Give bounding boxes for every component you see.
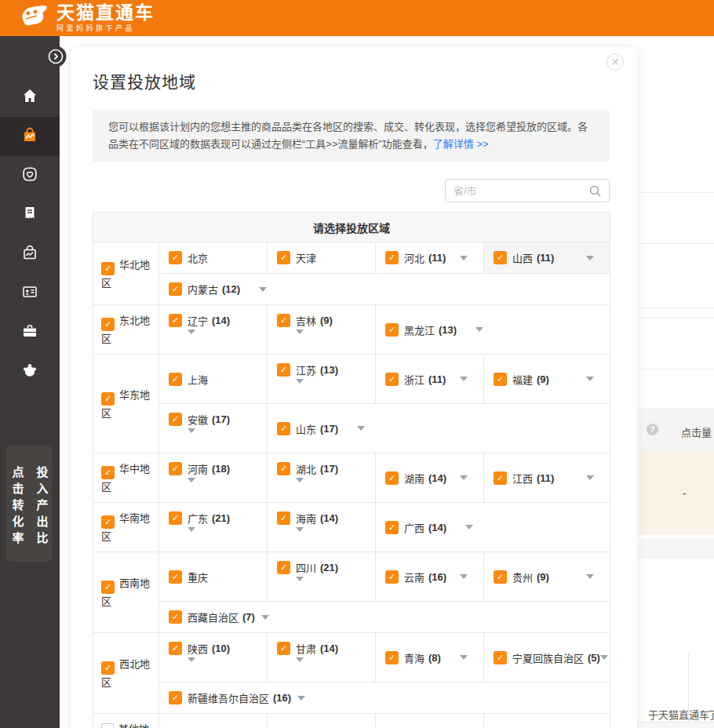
metric-roi[interactable]: 投入产出比 — [33, 466, 50, 562]
chevron-down-icon[interactable] — [296, 577, 304, 593]
province-cell[interactable]: ✓云南(16) — [376, 552, 484, 602]
province-cell[interactable]: ✓安徽(17) — [159, 404, 268, 453]
province-cell[interactable]: ✓辽宁(14) — [159, 305, 268, 355]
province-cell[interactable]: ✓内蒙古(12) — [159, 274, 610, 305]
province-cell[interactable]: ✓广东(21) — [159, 503, 268, 552]
chevron-down-icon[interactable] — [296, 478, 304, 494]
chevron-down-icon[interactable] — [586, 377, 594, 381]
checkbox[interactable]: ✓ — [169, 413, 182, 426]
checkbox[interactable]: ✓ — [494, 373, 507, 386]
checkbox[interactable]: ✓ — [385, 570, 399, 584]
province-cell[interactable]: ✓重庆 — [159, 552, 268, 602]
checkbox[interactable]: ✓ — [494, 251, 507, 264]
chevron-down-icon[interactable] — [188, 329, 195, 346]
checkbox[interactable]: ✓ — [277, 561, 290, 574]
province-cell[interactable]: ✓陕西(10) — [159, 633, 268, 682]
checkbox[interactable]: ✓ — [277, 422, 290, 435]
province-cell[interactable]: ✓天津 — [268, 242, 376, 274]
checkbox[interactable]: ✓ — [101, 318, 115, 331]
checkbox[interactable]: ✓ — [169, 373, 182, 386]
checkbox[interactable]: ✓ — [169, 314, 182, 327]
region-cell[interactable]: 其他地区 — [93, 714, 159, 728]
province-cell[interactable]: ✓上海 — [159, 355, 268, 404]
search-icon[interactable] — [589, 185, 602, 201]
region-cell[interactable]: ✓华东地区 — [93, 355, 159, 453]
province-cell[interactable]: 台湾 — [159, 714, 268, 728]
chevron-down-icon[interactable] — [460, 655, 468, 660]
province-cell[interactable]: ✓河北(11) — [376, 242, 484, 274]
close-icon[interactable]: ✕ — [607, 53, 624, 71]
checkbox[interactable]: ✓ — [169, 610, 182, 624]
province-cell[interactable]: ✓四川(21) — [268, 552, 376, 602]
checkbox[interactable]: ✓ — [494, 570, 507, 584]
checkbox[interactable]: ✓ — [169, 691, 182, 704]
info-detail-link[interactable]: 了解详情 >> — [433, 138, 489, 150]
checkbox[interactable]: ✓ — [385, 651, 399, 664]
checkbox[interactable]: ✓ — [101, 262, 115, 275]
checkbox[interactable]: ✓ — [101, 392, 115, 406]
chevron-down-icon[interactable] — [460, 574, 468, 579]
sidebar-item-briefcase[interactable] — [0, 313, 60, 352]
province-cell[interactable]: ✓青海(8) — [376, 633, 484, 682]
checkbox[interactable]: ✓ — [169, 282, 182, 296]
checkbox[interactable]: ✓ — [101, 661, 115, 675]
checkbox[interactable]: ✓ — [169, 511, 182, 525]
sidebar-expand-button[interactable] — [45, 46, 67, 67]
checkbox[interactable]: ✓ — [385, 323, 399, 337]
region-cell[interactable]: ✓华中地区 — [93, 453, 159, 503]
province-cell[interactable]: ✓新疆维吾尔自治区(16) — [159, 682, 610, 714]
checkbox[interactable]: ✓ — [169, 570, 182, 584]
province-cell[interactable]: ✓山西(11) — [484, 242, 610, 274]
chevron-down-icon[interactable] — [460, 377, 468, 381]
province-cell[interactable]: ✓西藏自治区(7) — [159, 602, 610, 633]
chevron-down-icon[interactable] — [296, 657, 304, 674]
checkbox[interactable]: ✓ — [169, 251, 182, 264]
chevron-down-icon[interactable] — [296, 329, 304, 346]
chevron-down-icon[interactable] — [357, 426, 365, 431]
province-cell[interactable]: ✓山东(17) — [268, 404, 610, 453]
chevron-down-icon[interactable] — [188, 428, 195, 445]
province-cell[interactable]: ✓江苏(13) — [268, 355, 376, 404]
province-cell[interactable]: ✓宁夏回族自治区(5) — [484, 633, 610, 682]
region-cell[interactable]: ✓西南地区 — [93, 552, 159, 633]
checkbox[interactable]: ✓ — [385, 471, 399, 485]
province-cell[interactable]: ✓黑龙江(13) — [376, 305, 610, 355]
chevron-down-icon[interactable] — [188, 478, 195, 494]
search-input[interactable] — [446, 180, 609, 202]
checkbox[interactable]: ✓ — [277, 642, 290, 655]
province-cell[interactable]: ✓湖北(17) — [268, 453, 376, 503]
province-cell[interactable]: ✓河南(18) — [159, 453, 268, 503]
chevron-down-icon[interactable] — [296, 527, 304, 544]
brand-logo[interactable]: 天猫直通车 阿里妈妈旗下产品 — [19, 3, 155, 33]
checkbox[interactable]: ✓ — [101, 515, 115, 529]
province-cell[interactable]: ✓浙江(11) — [376, 355, 484, 404]
checkbox[interactable]: ✓ — [385, 251, 399, 264]
checkbox[interactable]: ✓ — [277, 511, 290, 525]
checkbox[interactable]: ✓ — [385, 521, 399, 534]
province-cell[interactable]: 澳门 — [376, 714, 484, 728]
checkbox[interactable]: ✓ — [101, 466, 115, 479]
region-cell[interactable]: ✓华南地区 — [93, 503, 159, 552]
checkbox[interactable]: ✓ — [385, 373, 399, 386]
chevron-down-icon[interactable] — [297, 696, 305, 701]
chevron-down-icon[interactable] — [586, 574, 594, 579]
province-cell[interactable]: ✓广西(14) — [376, 503, 610, 552]
province-cell[interactable]: ✓福建(9) — [484, 355, 610, 404]
checkbox[interactable]: ✓ — [101, 581, 115, 594]
chevron-down-icon[interactable] — [600, 655, 608, 660]
checkbox[interactable]: ✓ — [277, 462, 290, 475]
chevron-down-icon[interactable] — [188, 657, 195, 674]
sidebar-item-home[interactable] — [0, 78, 60, 117]
province-cell[interactable]: ✓甘肃(14) — [268, 633, 376, 682]
region-cell[interactable]: ✓东北地区 — [93, 305, 159, 355]
chevron-down-icon[interactable] — [586, 475, 594, 480]
chevron-down-icon[interactable] — [465, 525, 473, 530]
province-cell[interactable]: ✓海南(14) — [268, 503, 376, 552]
checkbox[interactable] — [101, 723, 114, 728]
checkbox[interactable]: ✓ — [494, 471, 507, 485]
chevron-down-icon[interactable] — [460, 256, 468, 260]
province-cell[interactable]: ✓吉林(9) — [268, 305, 376, 355]
chevron-down-icon[interactable] — [586, 256, 594, 260]
sidebar-item-contact-card[interactable] — [0, 274, 60, 313]
chevron-down-icon[interactable] — [296, 379, 304, 395]
